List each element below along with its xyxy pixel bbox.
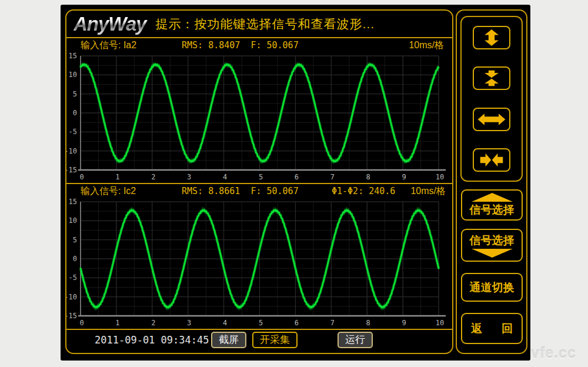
signal-select-up-button[interactable]: 信号选择 [461,189,523,221]
svg-text:10: 10 [69,71,77,79]
svg-text:5: 5 [73,90,77,98]
waveform-chart-channel2: 151050-5-10-15012345678910 [66,198,452,329]
compress-horizontal-icon [478,150,505,170]
svg-text:10: 10 [436,319,444,327]
back-label-left: 返 [471,321,482,336]
expand-vertical-icon [478,27,505,48]
channel-switch-button[interactable]: 通道切换 [461,273,523,302]
instrument-screen: AnyWay 提示：按功能键选择信号和查看波形... 输入信号: Ia2 RMS… [61,5,530,361]
start-capture-button[interactable]: 开采集 [252,332,298,348]
compress-vertical-button[interactable] [473,66,510,90]
svg-text:7: 7 [330,173,335,181]
hint-text: 提示：按功能键选择信号和查看波形... [156,16,375,32]
channel1-timebase-label: 10ms/格 [409,39,444,52]
svg-text:4: 4 [223,319,227,327]
anyway-logo: AnyWay [74,13,151,35]
svg-text:10: 10 [69,216,77,225]
svg-text:7: 7 [330,319,335,327]
function-key-sidebar: 信号选择 信号选择 通道切换 返 回 [456,9,527,354]
svg-text:-10: -10 [66,293,77,301]
channel2-info-row: 输入信号: Ic2 RMS: 8.8661 F: 50.067 Φ1-Φ2: 2… [66,184,452,198]
main-panel: AnyWay 提示：按功能键选择信号和查看波形... 输入信号: Ia2 RMS… [65,9,453,354]
svg-text:2: 2 [151,173,155,181]
back-button[interactable]: 返 回 [461,313,523,344]
timestamp: 2011-09-01 09:34:45 [95,334,209,346]
header-bar: AnyWay 提示：按功能键选择信号和查看波形... [66,11,452,38]
svg-text:8: 8 [366,173,370,181]
signal-select-up-label: 信号选择 [470,202,514,218]
svg-text:3: 3 [187,173,191,181]
svg-text:-15: -15 [66,166,77,174]
expand-vertical-button[interactable] [473,26,510,49]
svg-text:15: 15 [69,52,77,60]
signal-select-down-button[interactable]: 信号选择 [461,229,523,262]
channel2-signal-label: 输入信号: Ic2 [81,185,182,198]
channel2-rms-readout: RMS: 8.8661 F: 50.067 [182,186,332,196]
svg-text:3: 3 [187,319,191,327]
waveform-chart-channel1: 151050-5-10-15012345678910 [66,52,452,183]
svg-text:9: 9 [402,319,406,327]
compress-vertical-icon [478,68,505,89]
triangle-down-icon [470,248,514,258]
svg-text:0: 0 [79,319,83,327]
svg-text:8: 8 [366,319,370,327]
svg-text:-5: -5 [69,273,77,282]
site-watermark: vfe.cc [531,345,576,362]
svg-text:2: 2 [151,319,155,327]
svg-text:-10: -10 [66,147,77,155]
channel1-signal-label: 输入信号: Ia2 [81,39,182,52]
svg-text:5: 5 [259,173,263,181]
triangle-up-icon [470,192,514,202]
signal-select-down-label: 信号选择 [470,233,514,248]
channel2-phase-readout: Φ1-Φ2: 240.6 [332,186,410,196]
back-label-right: 回 [502,321,513,336]
svg-text:15: 15 [69,198,77,206]
svg-text:6: 6 [295,319,299,327]
channel-switch-label: 通道切换 [470,280,514,295]
svg-text:5: 5 [73,236,77,244]
run-button[interactable]: 运行 [338,332,373,348]
svg-text:6: 6 [295,173,299,181]
channel1-rms-readout: RMS: 8.8407 F: 50.067 [182,40,332,51]
waveform-scale-button-group [460,16,523,182]
svg-text:9: 9 [402,173,406,181]
screenshot-button[interactable]: 截屏 [211,332,246,348]
bottom-status-bar: 2011-09-01 09:34:45 截屏 开采集 运行 [66,330,452,353]
svg-text:0: 0 [73,109,77,117]
expand-horizontal-icon [477,109,506,129]
svg-text:0: 0 [79,173,83,181]
expand-horizontal-button[interactable] [473,108,510,131]
svg-text:5: 5 [259,319,263,327]
svg-text:-15: -15 [66,312,77,320]
svg-text:4: 4 [223,173,227,181]
svg-text:1: 1 [115,173,119,181]
compress-horizontal-button[interactable] [473,148,510,172]
svg-text:10: 10 [436,173,444,181]
svg-text:-5: -5 [69,128,77,136]
svg-text:0: 0 [73,255,77,263]
channel2-timebase-label: 10ms/格 [410,185,446,198]
channel1-info-row: 输入信号: Ia2 RMS: 8.8407 F: 50.067 10ms/格 [66,38,452,52]
svg-text:1: 1 [115,319,119,327]
